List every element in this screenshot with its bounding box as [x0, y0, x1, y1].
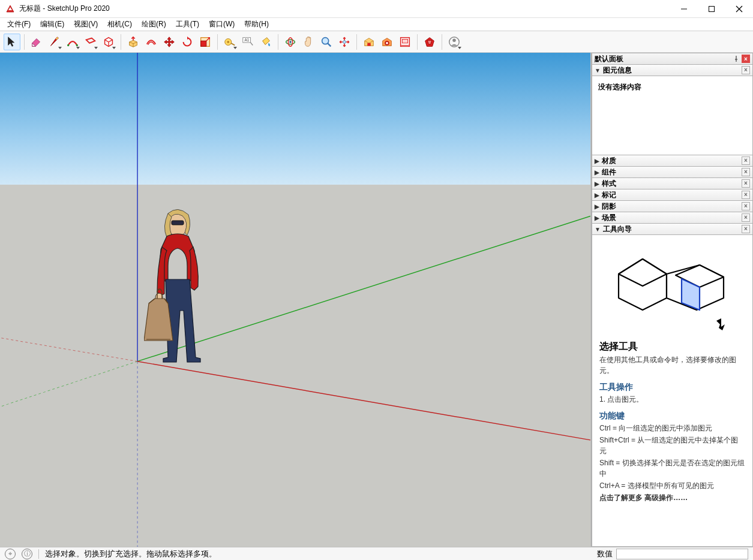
instructor-more-link[interactable]: 点击了解更多 高级操作…… [599, 492, 745, 503]
panel-close-button[interactable]: × [742, 225, 750, 233]
panel-title: 材质 [602, 156, 616, 166]
svg-rect-17 [367, 43, 371, 46]
move-tool[interactable] [161, 34, 178, 50]
ruby-console-button[interactable] [421, 34, 438, 50]
panel-close-button[interactable]: × [742, 179, 750, 188]
tape-measure-tool[interactable] [221, 34, 238, 50]
default-tray: 默认面板 × ▼ 图元信息 × 没有选择内容 ▶材质×▶组件×▶样式×▶标记×▶… [591, 53, 753, 547]
menu-item[interactable]: 绘图(R) [137, 18, 171, 31]
panel-header-collapsed[interactable]: ▶阴影× [592, 201, 753, 212]
panel-header-entity-info[interactable]: ▼ 图元信息 × [592, 65, 753, 76]
instructor-key-line: Ctrl = 向一组选定的图元中添加图元 [599, 423, 745, 433]
expand-triangle-icon: ▶ [595, 180, 599, 187]
svg-point-24 [452, 38, 456, 42]
instructor-tool-name: 选择工具 [599, 341, 745, 353]
svg-point-5 [76, 44, 78, 46]
axes-overlay [0, 53, 590, 547]
panel-header-collapsed[interactable]: ▶材质× [592, 155, 753, 167]
panel-close-button[interactable]: × [742, 191, 750, 199]
menu-item[interactable]: 相机(C) [103, 18, 137, 31]
tray-title-bar[interactable]: 默认面板 × [592, 53, 753, 65]
svg-line-28 [0, 362, 137, 407]
svg-text:A1: A1 [245, 38, 250, 42]
offset-tool[interactable] [143, 34, 160, 50]
menu-item[interactable]: 编辑(E) [35, 18, 69, 31]
panel-header-collapsed[interactable]: ▶组件× [592, 167, 753, 178]
circle-tool[interactable] [100, 34, 117, 50]
panel-close-button[interactable]: × [742, 213, 750, 222]
entity-info-text: 没有选择内容 [598, 83, 641, 91]
svg-rect-32 [172, 221, 184, 225]
user-account-button[interactable] [446, 34, 463, 50]
panel-title: 阴影 [602, 201, 616, 212]
paint-bucket-tool[interactable] [257, 34, 274, 50]
svg-line-29 [137, 362, 590, 440]
minimize-button[interactable] [670, 0, 698, 18]
credits-icon[interactable]: ⓘ [22, 549, 32, 559]
status-hint: 选择对象。切换到扩充选择。拖动鼠标选择多项。 [45, 549, 217, 559]
tray-title: 默认面板 [595, 54, 623, 64]
panel-close-button[interactable]: × [742, 66, 750, 74]
arc-tool[interactable] [64, 34, 81, 50]
zoom-tool[interactable] [318, 34, 335, 50]
menu-item[interactable]: 工具(T) [171, 18, 204, 31]
menu-item[interactable]: 文件(F) [2, 18, 35, 31]
maximize-button[interactable] [698, 0, 725, 18]
text-tool[interactable]: A1 [239, 34, 256, 50]
instructor-key-line: Ctrl+A = 选择模型中所有可见的图元 [599, 480, 745, 491]
status-bar: ⌖ ⓘ 选择对象。切换到扩充选择。拖动鼠标选择多项。 数值 [0, 547, 753, 560]
instructor-key-line: Shift+Ctrl = 从一组选定的图元中去掉某个图元 [599, 435, 745, 456]
instructor-tool-desc: 在使用其他工具或命令时，选择要修改的图元。 [599, 354, 745, 376]
panel-close-button[interactable]: × [742, 168, 750, 176]
3d-viewport[interactable] [0, 53, 591, 547]
expand-triangle-icon: ▶ [595, 203, 599, 210]
collapse-triangle-icon: ▼ [595, 67, 601, 74]
select-tool[interactable] [4, 34, 20, 50]
expand-triangle-icon: ▶ [595, 192, 599, 198]
panel-header-instructor[interactable]: ▼ 工具向导 × [592, 224, 753, 235]
expand-triangle-icon: ▶ [595, 158, 599, 164]
menu-item[interactable]: 视图(V) [69, 18, 103, 31]
panel-header-collapsed[interactable]: ▶样式× [592, 178, 753, 189]
scale-tool[interactable] [197, 34, 214, 50]
close-button[interactable] [725, 0, 753, 18]
panel-title: 图元信息 [603, 65, 632, 76]
svg-rect-7 [201, 41, 206, 46]
svg-rect-22 [402, 39, 407, 43]
scale-figure-person [144, 209, 222, 365]
panel-close-button[interactable]: × [742, 202, 750, 210]
vcb-input[interactable] [616, 549, 748, 559]
extension-warehouse-button[interactable] [379, 34, 395, 50]
geo-location-icon[interactable]: ⌖ [5, 549, 16, 559]
send-to-layout-button[interactable] [397, 34, 413, 50]
pan-tool[interactable] [300, 34, 317, 50]
3d-warehouse-button[interactable] [361, 34, 377, 50]
expand-triangle-icon: ▶ [595, 215, 599, 221]
menu-item[interactable]: 窗口(W) [204, 18, 239, 31]
eraser-tool[interactable] [28, 34, 45, 50]
orbit-tool[interactable] [282, 34, 299, 50]
panel-title: 样式 [602, 179, 616, 189]
sketchup-app-icon [5, 4, 16, 14]
instructor-key-line: Shift = 切换选择某个图元是否在选定的图元组中 [599, 457, 745, 479]
panel-close-button[interactable]: × [742, 156, 750, 165]
panel-title: 标记 [602, 190, 616, 200]
svg-point-4 [67, 44, 69, 46]
rotate-tool[interactable] [179, 34, 196, 50]
pin-icon[interactable] [732, 55, 740, 63]
instructor-op-title: 工具操作 [599, 382, 745, 393]
rectangle-tool[interactable] [82, 34, 99, 50]
panel-header-collapsed[interactable]: ▶标记× [592, 189, 753, 201]
title-bar: 无标题 - SketchUp Pro 2020 [0, 0, 753, 18]
instructor-illustration [599, 241, 745, 337]
instructor-keys-title: 功能键 [599, 411, 745, 421]
panel-header-collapsed[interactable]: ▶场景× [592, 212, 753, 224]
line-tool[interactable] [46, 34, 63, 50]
svg-point-14 [289, 41, 292, 43]
panel-title: 场景 [602, 213, 616, 223]
svg-line-30 [0, 338, 137, 361]
tray-close-button[interactable]: × [742, 55, 750, 63]
zoom-extents-tool[interactable] [336, 34, 353, 50]
push-pull-tool[interactable] [125, 34, 142, 50]
menu-item[interactable]: 帮助(H) [239, 18, 274, 31]
